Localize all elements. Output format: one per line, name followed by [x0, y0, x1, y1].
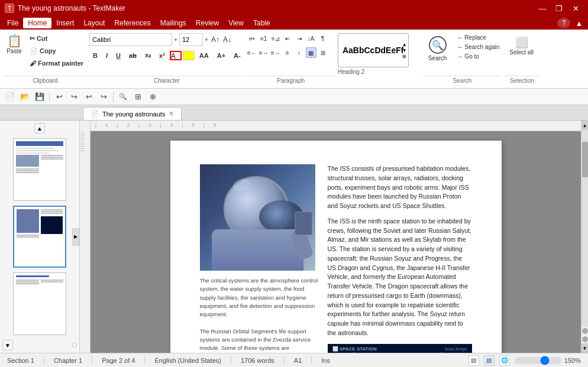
thumb2-content: [14, 207, 65, 267]
line-spacing-button[interactable]: ↕: [294, 47, 305, 58]
underline-button[interactable]: U: [112, 50, 124, 61]
search-button[interactable]: 🔍 Search: [423, 33, 453, 64]
menu-home[interactable]: Home: [23, 18, 51, 28]
thumb2-text2: [17, 236, 39, 238]
sidebar-settings-button[interactable]: [72, 343, 77, 347]
search-again-button[interactable]: ↔ Search again: [454, 43, 502, 51]
app-icon: T: [5, 4, 14, 13]
toolbar-extra1-button[interactable]: ⊞: [131, 90, 144, 103]
h-ruler: |1|2|3|4|5|6: [91, 121, 581, 131]
menu-view[interactable]: View: [224, 18, 248, 28]
toolbar-extra2-button[interactable]: ⊕: [146, 90, 159, 103]
page-thumb-3[interactable]: [13, 272, 66, 335]
menu-layout[interactable]: Layout: [79, 18, 109, 28]
help-button[interactable]: ?: [557, 18, 570, 28]
shrink-font-button[interactable]: A↓: [222, 34, 232, 45]
subscript-button[interactable]: x₂: [141, 50, 154, 61]
bold-button[interactable]: B: [89, 50, 101, 61]
numbering-button[interactable]: ≡1: [259, 33, 269, 44]
toolbar-save-button[interactable]: 💾: [33, 90, 46, 103]
select-all-button[interactable]: ⬜ Select all: [504, 33, 539, 59]
justify-button[interactable]: ≡: [282, 47, 293, 58]
grow-font-button[interactable]: A↑: [210, 34, 221, 45]
sort-button[interactable]: ↕A: [306, 33, 316, 44]
sidebar-collapse-button[interactable]: ▶: [72, 228, 79, 246]
close-button[interactable]: ✕: [568, 2, 583, 14]
view-web-button[interactable]: 🌐: [499, 355, 510, 366]
align-left-button[interactable]: ≡←: [247, 47, 257, 58]
font-size-down-button[interactable]: A-: [230, 50, 244, 61]
menu-mailings[interactable]: Mailings: [156, 18, 191, 28]
menu-file[interactable]: File: [2, 18, 23, 28]
scroll-extra1[interactable]: [582, 328, 588, 334]
scroll-track[interactable]: [581, 130, 588, 327]
strikethrough-button[interactable]: ab: [125, 50, 140, 61]
thumb2-rtext2: [41, 211, 63, 212]
show-formatting-button[interactable]: ¶: [318, 33, 328, 44]
style-gallery-button[interactable]: AaBbCcDdEeFf ▲ ▼ ⊞: [338, 33, 409, 67]
doc-tab-astronauts[interactable]: 📄 The young astronauts ✕: [83, 107, 182, 120]
minimize-button[interactable]: —: [535, 2, 550, 14]
status-sep3: [144, 356, 145, 365]
toolbar-find-button[interactable]: 🔍: [117, 90, 130, 103]
shading-button[interactable]: ▦: [306, 47, 316, 58]
sidebar-nav: ▲: [0, 121, 79, 136]
italic-button[interactable]: I: [102, 50, 111, 61]
multilevel-button[interactable]: ≡⊿: [270, 33, 281, 44]
view-print-button[interactable]: ▤: [484, 355, 495, 366]
sidebar-up-button[interactable]: ▲: [34, 123, 45, 134]
page-thumb-1[interactable]: [13, 138, 66, 201]
search-again-icon: ↔: [457, 44, 463, 50]
uppercase-button[interactable]: AA: [196, 50, 212, 61]
suit: [212, 229, 303, 271]
doc-page[interactable]: The critical systems are the atmosphere …: [170, 141, 502, 353]
toolbar-undo-button[interactable]: ↩: [53, 90, 66, 103]
copy-button[interactable]: 📄 Copy: [26, 46, 87, 57]
bullets-button[interactable]: ≡•: [247, 33, 257, 44]
clipboard-small-btns: ✂ Cut 📄 Copy 🖌 Format painter: [26, 33, 87, 69]
font-name-input[interactable]: [89, 33, 172, 46]
highlight-color-button[interactable]: [183, 51, 195, 60]
paste-button[interactable]: 📋 Paste: [4, 33, 25, 56]
thumb1-header: [16, 141, 63, 146]
paragraph-label: Paragraph: [247, 76, 335, 84]
toolbar-undo2-button[interactable]: ↩: [82, 90, 95, 103]
ribbon-collapse-button[interactable]: ▲: [573, 18, 586, 28]
doc-para2: The ISS is the ninth space station to be…: [328, 217, 472, 338]
replace-button[interactable]: ↔ Replace: [454, 33, 502, 42]
increase-indent-button[interactable]: ⇥: [294, 33, 305, 44]
sidebar-down-button[interactable]: ▼: [2, 340, 13, 350]
iss-solar-v4: [441, 352, 443, 353]
toolbar-redo-button[interactable]: ↪: [67, 90, 80, 103]
scroll-extra2[interactable]: [582, 336, 588, 342]
scroll-down-button[interactable]: ▼: [581, 343, 589, 353]
menu-review[interactable]: Review: [191, 18, 224, 28]
size-dropdown-arrow[interactable]: ▼: [204, 37, 209, 43]
align-right-button[interactable]: ≡→: [270, 47, 281, 58]
font-size-up-button[interactable]: A+: [214, 50, 229, 61]
zoom-slider[interactable]: [515, 357, 562, 364]
scroll-up-button[interactable]: ▲: [581, 121, 589, 130]
superscript-button[interactable]: x²: [156, 50, 169, 61]
menu-insert[interactable]: Insert: [51, 18, 79, 28]
format-painter-button[interactable]: 🖌 Format painter: [26, 58, 87, 69]
tab-close-button[interactable]: ✕: [169, 110, 174, 118]
ribbon: 📋 Paste ✂ Cut 📄 Copy 🖌 Format painter Cl…: [0, 30, 588, 89]
maximize-button[interactable]: ❐: [551, 2, 567, 14]
cut-button[interactable]: ✂ Cut: [26, 33, 87, 44]
view-normal-button[interactable]: ▤: [469, 355, 479, 366]
toolbar-new-button[interactable]: 📄: [4, 90, 17, 103]
align-center-button[interactable]: ≡↔: [259, 47, 269, 58]
page-thumb-2[interactable]: [13, 206, 66, 268]
font-size-input[interactable]: [179, 33, 203, 46]
goto-button[interactable]: → Go to: [454, 52, 502, 61]
toolbar-open-button[interactable]: 📂: [18, 90, 31, 103]
font-dropdown-arrow[interactable]: ▼: [173, 37, 178, 43]
decrease-indent-button[interactable]: ⇤: [282, 33, 293, 44]
menu-table[interactable]: Table: [248, 18, 275, 28]
scroll-thumb[interactable]: [582, 142, 588, 177]
font-color-button[interactable]: A: [170, 51, 182, 60]
menu-references[interactable]: References: [109, 18, 155, 28]
toolbar-redo2-button[interactable]: ↪: [97, 90, 110, 103]
borders-button[interactable]: ⊞: [318, 47, 328, 58]
